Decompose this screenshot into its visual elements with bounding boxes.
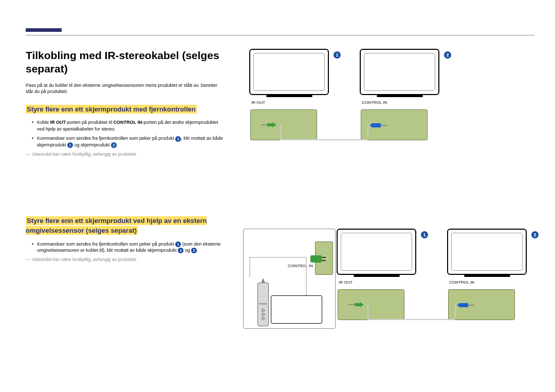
text: og skjermprodukt	[73, 142, 111, 147]
section2-bullet1: Kommandoer som sendes fra fjernkontrolle…	[32, 241, 224, 254]
cable-icon	[455, 305, 456, 319]
section1-heading-wrap: Styre flere enn ett skjermprodukt med fj…	[26, 104, 224, 115]
text: Kommandoer som sendes fra fjernkontrolle…	[37, 136, 175, 141]
text: og	[183, 248, 191, 253]
cable-icon	[280, 125, 281, 139]
badge-1: 1	[421, 231, 428, 238]
bold-ir-out: IR OUT	[50, 120, 66, 125]
jack-blue-icon	[372, 123, 381, 127]
cable-icon	[367, 319, 455, 320]
header-accent-bar	[26, 28, 62, 32]
circle-2-icon: 2	[191, 248, 197, 253]
section2-note: Utseendet kan være forskjellig, avhengig…	[26, 257, 224, 262]
section2-bullets: Kommandoer som sendes fra fjernkontrolle…	[26, 241, 224, 254]
page-content: Tilkobling med IR-stereokabel (selges se…	[26, 49, 534, 276]
text: -porten på produktet til	[66, 120, 114, 125]
section2-heading-wrap: Styre flere enn ett skjermprodukt ved hj…	[26, 216, 224, 236]
label-control-in: CONTROL IN	[362, 100, 387, 105]
monitor-2-icon	[447, 229, 527, 275]
cable-icon	[306, 257, 307, 295]
badge-2: 2	[531, 231, 539, 238]
section1-bullet2: Kommandoer som sendes fra fjernkontrolle…	[32, 135, 224, 148]
header-rule	[26, 35, 534, 35]
monitor-1-icon	[249, 49, 329, 95]
monitor-1-icon	[337, 229, 416, 275]
section2-heading: Styre flere enn ett skjermprodukt ved hj…	[26, 216, 207, 235]
cable-icon	[249, 257, 306, 258]
text: .	[117, 142, 118, 147]
diagram-2: 1 2 CONTROL IN IR OUT CONTROL IN	[239, 229, 534, 337]
label-ir-out: IR OUT	[251, 100, 265, 105]
label-control-in: CONTROL IN	[449, 280, 474, 285]
port-panel-1	[338, 289, 404, 320]
text: Koble	[37, 120, 50, 125]
port-panel-2	[361, 109, 428, 140]
circle-1-icon: 1	[67, 142, 73, 148]
right-column: 1 2 IR OUT CONTROL IN 1	[239, 49, 534, 276]
intro-text: Pass på at du kobler til den eksterne om…	[26, 82, 224, 95]
sensor-cluster-frame	[243, 229, 336, 329]
cable-icon	[249, 257, 250, 277]
section2: Styre flere enn ett skjermprodukt ved hj…	[26, 216, 224, 262]
cable-icon	[367, 305, 368, 319]
section1-bullets: Koble IR OUT-porten på produktet til CON…	[26, 119, 224, 148]
section1-note: Utseendet kan være forskjellig, avhengig…	[26, 152, 224, 157]
circle-1-icon: 1	[175, 241, 181, 247]
circle-1-icon: 1	[178, 248, 183, 253]
diagram-1: 1 2 IR OUT CONTROL IN	[244, 49, 532, 146]
text: .	[197, 248, 198, 253]
left-column: Tilkobling med IR-stereokabel (selges se…	[26, 49, 224, 276]
badge-2: 2	[444, 51, 451, 59]
circle-2-icon: 2	[111, 142, 117, 148]
badge-1: 1	[334, 51, 341, 59]
cable-icon	[367, 125, 368, 139]
cable-icon	[280, 139, 367, 140]
section1-bullet1: Koble IR OUT-porten på produktet til CON…	[32, 119, 224, 132]
text: Kommandoer som sendes fra fjernkontrolle…	[37, 241, 175, 247]
circle-1-icon: 1	[175, 136, 181, 142]
port-panel-2	[448, 289, 515, 320]
label-ir-out: IR OUT	[339, 280, 353, 285]
monitor-2-icon	[360, 49, 439, 95]
jack-blue-icon	[459, 303, 468, 307]
section1-heading: Styre flere enn ett skjermprodukt med fj…	[26, 105, 197, 114]
bold-control-in: CONTROL IN	[114, 120, 142, 125]
jack-green-icon	[360, 302, 364, 307]
port-panel-1	[250, 109, 317, 140]
page-title: Tilkobling med IR-stereokabel (selges se…	[26, 49, 224, 76]
jack-green-icon	[272, 122, 276, 127]
